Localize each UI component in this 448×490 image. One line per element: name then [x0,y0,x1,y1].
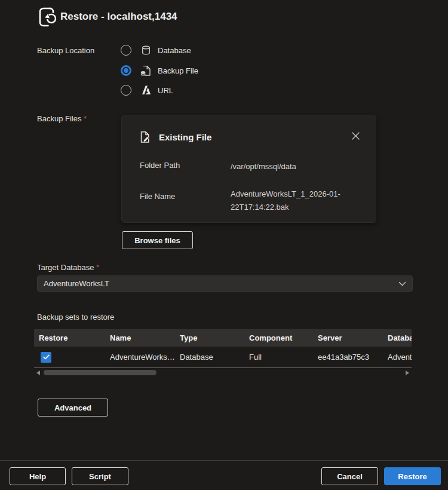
radio-button[interactable] [121,45,131,56]
backup-sets-table: Restore Name Type Component Server Datab… [34,329,412,377]
script-button[interactable]: Script [72,467,128,485]
column-header-restore[interactable]: Restore [34,333,105,342]
column-header-name[interactable]: Name [105,333,175,342]
target-database-value: AdventureWorksLT [44,279,109,288]
backup-location-label: Backup Location [37,46,94,55]
restore-database-icon [36,5,60,30]
required-marker: * [84,114,87,123]
check-icon [43,354,50,360]
scroll-right-icon[interactable] [406,370,409,375]
file-name-value: AdventureWorksLT_1_2026-01-22T17:14:22.b… [231,188,350,214]
column-header-component[interactable]: Component [244,333,313,342]
target-database-select[interactable]: AdventureWorksLT [37,275,413,292]
scroll-left-icon[interactable] [36,370,40,375]
cell-database: AdventureWorksLT [383,353,412,362]
page-title: Restore - localhost,1434 [60,11,177,23]
radio-button-selected[interactable] [121,65,131,76]
cancel-button[interactable]: Cancel [321,467,378,485]
footer-divider [0,460,448,461]
card-title: Existing File [159,132,211,142]
radio-label: URL [158,86,173,95]
radio-label: Database [158,46,191,55]
restore-dialog: Restore - localhost,1434 Backup Location… [0,0,448,490]
table-row[interactable]: AdventureWorks… Database Full ee41a3ab75… [34,347,412,368]
scrollbar-thumb[interactable] [44,370,157,375]
cell-type: Database [175,353,244,362]
backup-sets-label: Backup sets to restore [37,313,114,321]
chevron-down-icon [398,281,406,286]
backup-file-icon [139,65,152,77]
radio-button[interactable] [121,85,131,96]
table-header-row: Restore Name Type Component Server Datab… [34,329,412,347]
radio-option-url[interactable]: URL [121,84,173,96]
browse-files-button[interactable]: Browse files [122,231,193,249]
folder-path-value: /var/opt/mssql/data [231,160,296,173]
radio-option-database[interactable]: Database [121,44,191,56]
target-database-label: Target Database * [37,263,99,272]
file-name-label: File Name [140,192,175,201]
edit-file-icon [138,130,152,144]
azure-url-icon [139,84,152,96]
existing-file-card: Existing File Folder Path /var/opt/mssql… [121,115,376,223]
column-header-database[interactable]: Database [383,333,412,342]
folder-path-label: Folder Path [140,161,180,170]
close-icon[interactable] [351,131,360,140]
radio-label: Backup File [158,66,198,75]
backup-files-label: Backup Files * [37,114,87,123]
help-button[interactable]: Help [10,467,66,485]
restore-checkbox-checked[interactable] [41,352,51,363]
radio-option-backup-file[interactable]: Backup File [121,65,198,76]
database-icon [139,45,152,56]
column-header-server[interactable]: Server [313,333,383,342]
required-marker: * [96,263,99,272]
restore-button[interactable]: Restore [384,467,441,485]
cell-component: Full [244,353,313,362]
advanced-button[interactable]: Advanced [38,399,108,416]
horizontal-scrollbar[interactable] [34,368,412,377]
column-header-type[interactable]: Type [175,333,244,342]
cell-name: AdventureWorks… [105,353,175,362]
cell-server: ee41a3ab75c3 [313,353,383,362]
